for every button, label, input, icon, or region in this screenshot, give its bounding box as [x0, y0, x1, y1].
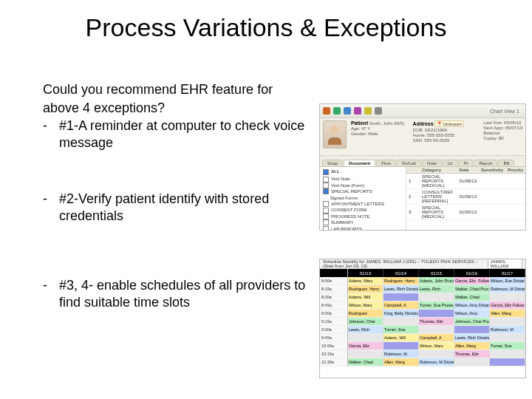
- schedule-cell: [490, 293, 525, 301]
- schedule-cell: Thomas, Eliz: [419, 318, 454, 326]
- time-label: 8:15a: [320, 285, 348, 293]
- schedule-cell: Wilson, Eve Dictation: [490, 277, 525, 285]
- schedule-cell: Rodriguez, Harry: [383, 277, 419, 285]
- time-label: 8:45a: [320, 301, 348, 310]
- patient-balance: Balance:: [483, 131, 522, 135]
- schedule-cell: [454, 326, 490, 334]
- schedule-cell: Thomas, Eliz: [454, 350, 490, 358]
- th-date: Date: [457, 167, 479, 174]
- patient-banner: Patient Smith, John (M/5) Age: 47 Y Gend…: [320, 118, 525, 156]
- schedule-cell: Rodriguez, Harry: [348, 285, 383, 293]
- patient-col-1: Patient Smith, John (M/5) Age: 47 Y Gend…: [351, 120, 409, 153]
- schedule-cell: [383, 342, 419, 350]
- schedule-cell: Garcia, Eliz: [348, 342, 383, 350]
- checkbox-icon: [323, 226, 329, 231]
- tab-flow: Flow: [376, 160, 396, 166]
- slide-title: Process Variations & Exceptions: [0, 13, 532, 42]
- schedule-cell: Turner, Sue Procedure: [419, 301, 454, 310]
- tab-note: Note: [422, 160, 442, 166]
- time-label: 8:30a: [320, 293, 348, 301]
- intro-line-1: Could you recommend EHR feature for: [43, 81, 309, 98]
- toolbar-icon: [354, 107, 361, 115]
- bullet-1-text: #1-A reminder at computer to check voice…: [59, 117, 309, 152]
- checkbox-icon: [323, 177, 329, 183]
- tab-document: Document: [344, 160, 375, 166]
- schedule-cell: [419, 310, 454, 318]
- schedule-cell: [490, 350, 525, 358]
- th-sensitivity: Sensitivity: [479, 167, 505, 174]
- toolbar-icon: [364, 107, 372, 115]
- day-header: 01/15: [419, 269, 454, 277]
- patient-photo: [323, 120, 347, 149]
- tree-signed-forms: Signed Forms: [330, 195, 358, 201]
- intro-line-2: above 4 exceptions?: [43, 100, 309, 117]
- toolbar-icon: [323, 107, 330, 115]
- time-label: 9:45a: [320, 334, 348, 342]
- schedule-grid: 01/1301/1401/1501/1601/178:00aAdams, Mar…: [320, 269, 525, 366]
- schedule-cell: Walker, Chad: [454, 293, 490, 301]
- address-label: Address: [413, 121, 434, 126]
- schedule-cell: [490, 334, 525, 342]
- schedule-cell: Garcia, Eliz. Follow-up: [454, 277, 490, 285]
- th-priority: Priority: [505, 167, 525, 174]
- day-header: 01/16: [454, 269, 490, 277]
- cell-date: 01/05/13: [457, 205, 479, 220]
- toolbar-icon: [344, 107, 351, 115]
- tree-consent: CONSENT FORM: [331, 207, 367, 213]
- tree-all: ALL: [331, 168, 340, 174]
- schedule-cell: Garcia, Eliz Follow-up: [490, 301, 525, 310]
- schedule-cell: King, Betty Dictation: [383, 310, 419, 318]
- document-table: Category Date Sensitivity Priority 1SPEC…: [406, 167, 525, 220]
- time-label: 10:15a: [320, 350, 348, 358]
- day-header: 01/13: [348, 269, 383, 277]
- schedule-cell: [419, 293, 454, 301]
- schedule-cell: Wilson, Mary: [348, 301, 383, 310]
- tree-summary: SUMMARY: [331, 219, 354, 225]
- schedule-cell: [490, 358, 525, 366]
- schedule-cell: [419, 350, 454, 358]
- toolbar-icon: [375, 107, 382, 115]
- schedule-cell: Allen, Marg: [383, 358, 419, 366]
- tab-report: Report: [474, 160, 497, 166]
- schedule-cell: Johnson, Char Procedure: [454, 318, 490, 326]
- cell-category: SPECIAL REPORTS [MEDICAL]: [420, 205, 457, 220]
- cell-category: CONSULT/REF LETTERS [REFERRAL]: [420, 189, 457, 205]
- time-label: 10:00a: [320, 342, 348, 350]
- schedule-cell: Rodriguez: [348, 310, 383, 318]
- slide: Process Variations & Exceptions Could yo…: [0, 0, 532, 399]
- dash-icon: -: [43, 191, 59, 225]
- schedule-cell: Robinson, M Dictation: [490, 285, 525, 293]
- toolbar-icon: [333, 107, 341, 115]
- time-label: 9:00a: [320, 310, 348, 318]
- schedule-cell: Adams, Will: [383, 334, 419, 342]
- tab-snap: Snap: [322, 160, 343, 166]
- schedule-cell: Walker, Chad Procedure: [454, 285, 490, 293]
- patient-gender: Gender: Male: [351, 132, 409, 136]
- schedule-cell: Wilson, Amy Dictation: [454, 301, 490, 310]
- schedule-cell: [348, 350, 383, 358]
- dash-icon: -: [43, 117, 59, 152]
- cell-date: 01/08/13: [457, 174, 479, 189]
- day-header: 01/17: [490, 269, 525, 277]
- time-label: 10:30a: [320, 358, 348, 366]
- address-value: 📍 Unknown: [434, 120, 464, 127]
- table-row: 1SPECIAL REPORTS [MEDICAL]01/08/13: [406, 174, 525, 189]
- schedule-cell: Allen, Marg: [454, 342, 490, 350]
- checkbox-icon: [323, 208, 329, 214]
- schedule-cell: Lewis, Rich Dictation: [454, 334, 490, 342]
- tab-bill: Bill: [498, 160, 514, 166]
- cell-date: 01/08/13: [457, 189, 479, 205]
- checkbox-icon: [323, 188, 329, 194]
- tree-special-reports: SPECIAL REPORTS: [331, 188, 372, 194]
- bullet-2: - #2-Verify patient identify with stored…: [43, 191, 309, 225]
- schedule-cell: Lewis, Rich: [419, 285, 454, 293]
- tree-progress-note: PROGRESS NOTE: [331, 214, 369, 219]
- schedule-cell: Turner, Sue: [490, 342, 525, 350]
- patient-col-3: Last Visit: 05/05/13 Next Appt: 05/07/13…: [483, 120, 522, 153]
- schedule-cell: Adams, Mary: [348, 277, 383, 285]
- schedule-cell: Robinson, M: [383, 350, 419, 358]
- schedule-cell: [383, 293, 419, 301]
- patient-ssn: SSN: 555-55-5555: [413, 138, 480, 143]
- checkbox-icon: [323, 183, 329, 188]
- schedule-screenshot: Schedule Monthly for JAMES, WILLIAM J (0…: [319, 259, 526, 378]
